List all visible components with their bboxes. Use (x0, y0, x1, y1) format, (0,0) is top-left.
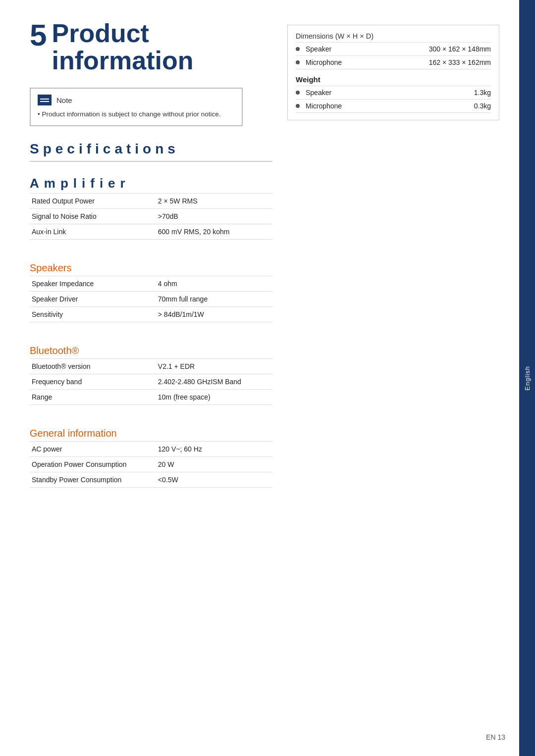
dim-label: Microphone (306, 58, 429, 66)
spec-label: Frequency band (30, 374, 156, 390)
note-header: Note (38, 95, 235, 105)
table-row: Range10m (free space) (30, 390, 272, 405)
spec-value: 2.402-2.480 GHzISM Band (156, 374, 272, 390)
dimensions-heading: Dimensions (W × H × D) (296, 32, 491, 40)
spec-value: 120 V~; 60 Hz (156, 442, 272, 457)
general-table: AC power120 V~; 60 HzOperation Power Con… (30, 441, 272, 488)
table-row: AC power120 V~; 60 Hz (30, 442, 272, 457)
spec-value: 600 mV RMS, 20 kohm (156, 224, 272, 240)
left-column: 5 Product information Note • Product inf… (30, 20, 287, 726)
weight-list: Speaker1.3kgMicrophone0.3kg (296, 86, 491, 113)
spec-label: Range (30, 390, 156, 405)
bullet-icon (296, 47, 300, 51)
spec-label: Standby Power Consumption (30, 472, 156, 488)
page-footer: EN 13 (486, 733, 505, 741)
general-heading: General information (30, 421, 272, 439)
spec-label: Operation Power Consumption (30, 457, 156, 472)
list-item: Speaker300 × 162 × 148mm (296, 42, 491, 56)
spec-label: Rated Output Power (30, 194, 156, 209)
dimensions-list: Speaker300 × 162 × 148mmMicrophone162 × … (296, 42, 491, 69)
spec-sections-title: Specifications (30, 141, 272, 162)
section-title: Product information (52, 20, 193, 74)
spec-label: Sensitivity (30, 307, 156, 322)
bluetooth-table: Bluetooth® versionV2.1 + EDRFrequency ba… (30, 358, 272, 405)
spec-value: 10m (free space) (156, 390, 272, 405)
page-wrapper: 5 Product information Note • Product inf… (0, 0, 535, 756)
spec-value: > 84dB/1m/1W (156, 307, 272, 322)
spec-value: 2 × 5W RMS (156, 194, 272, 209)
spec-label: Speaker Impedance (30, 276, 156, 292)
table-row: Standby Power Consumption<0.5W (30, 472, 272, 488)
dim-value: 162 × 333 × 162mm (429, 58, 491, 66)
spec-value: V2.1 + EDR (156, 359, 272, 374)
spec-value: 70mm full range (156, 292, 272, 307)
table-row: Speaker Impedance4 ohm (30, 276, 272, 292)
note-label: Note (56, 96, 72, 104)
list-item: Microphone162 × 333 × 162mm (296, 56, 491, 69)
bullet-icon (296, 91, 300, 95)
table-row: Speaker Driver70mm full range (30, 292, 272, 307)
section-number: 5 (30, 20, 47, 50)
dimensions-box: Dimensions (W × H × D) Speaker300 × 162 … (287, 25, 499, 120)
spec-value: <0.5W (156, 472, 272, 488)
speakers-table: Speaker Impedance4 ohmSpeaker Driver70mm… (30, 276, 272, 322)
dim-value: 0.3kg (474, 102, 491, 110)
table-row: Frequency band2.402-2.480 GHzISM Band (30, 374, 272, 390)
spec-label: Signal to Noise Ratio (30, 209, 156, 224)
dim-label: Speaker (306, 45, 429, 53)
right-column: Dimensions (W × H × D) Speaker300 × 162 … (287, 20, 499, 726)
spec-label: AC power (30, 442, 156, 457)
list-item: Speaker1.3kg (296, 86, 491, 100)
note-content: • Product information is subject to chan… (38, 109, 235, 119)
note-icon (38, 95, 52, 105)
table-row: Operation Power Consumption20 W (30, 457, 272, 472)
bluetooth-heading: Bluetooth® (30, 338, 272, 356)
spec-value: >70dB (156, 209, 272, 224)
note-box: Note • Product information is subject to… (30, 88, 243, 126)
spec-value: 4 ohm (156, 276, 272, 292)
speakers-heading: Speakers (30, 255, 272, 274)
bullet-icon (296, 60, 300, 64)
main-content: 5 Product information Note • Product inf… (0, 0, 519, 756)
spec-label: Bluetooth® version (30, 359, 156, 374)
dim-value: 1.3kg (474, 89, 491, 97)
side-tab: English (519, 0, 535, 756)
table-row: Signal to Noise Ratio>70dB (30, 209, 272, 224)
list-item: Microphone0.3kg (296, 100, 491, 113)
amplifier-table: Rated Output Power2 × 5W RMSSignal to No… (30, 193, 272, 240)
weight-heading: Weight (296, 75, 491, 84)
table-row: Rated Output Power2 × 5W RMS (30, 194, 272, 209)
dim-label: Microphone (306, 102, 474, 110)
dim-label: Speaker (306, 89, 474, 97)
dim-value: 300 × 162 × 148mm (429, 45, 491, 53)
side-tab-text: English (524, 366, 531, 391)
table-row: Sensitivity> 84dB/1m/1W (30, 307, 272, 322)
spec-label: Aux-in Link (30, 224, 156, 240)
spec-label: Speaker Driver (30, 292, 156, 307)
table-row: Bluetooth® versionV2.1 + EDR (30, 359, 272, 374)
bullet-icon (296, 104, 300, 108)
table-row: Aux-in Link600 mV RMS, 20 kohm (30, 224, 272, 240)
title-block: 5 Product information (30, 20, 272, 74)
amplifier-heading: Amplifier (30, 169, 272, 191)
spec-value: 20 W (156, 457, 272, 472)
